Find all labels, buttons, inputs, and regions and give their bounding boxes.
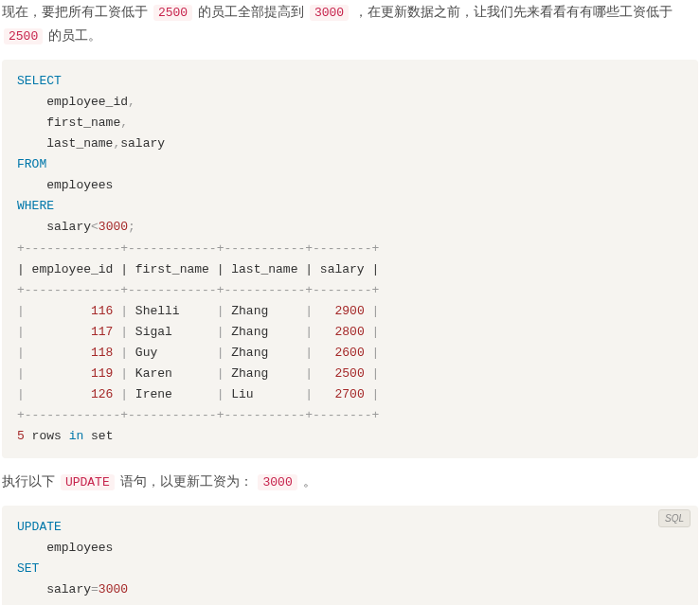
op-lt: < bbox=[91, 220, 99, 234]
kw-update: UPDATE bbox=[17, 520, 62, 534]
kw-set: SET bbox=[17, 561, 39, 576]
result-row: | 116 | Shelli | Zhang | 2900 | bbox=[17, 304, 379, 318]
text: 现在，要把所有工资低于 bbox=[2, 4, 152, 19]
comma: , bbox=[128, 95, 135, 109]
comma: , bbox=[120, 116, 128, 130]
text: 执行以下 bbox=[2, 473, 59, 489]
col-employee-id: employee_id bbox=[17, 95, 128, 109]
result-row: | 117 | Sigal | Zhang | 2800 | bbox=[17, 325, 379, 339]
result-row: | 118 | Guy | Zhang | 2600 | bbox=[17, 346, 379, 360]
inline-code-2500: 2500 bbox=[153, 5, 192, 21]
result-border: +-------------+------------+-----------+… bbox=[17, 283, 379, 297]
sql-select-block: SELECT employee_id, first_name, last_nam… bbox=[2, 60, 698, 459]
inline-code-update: UPDATE bbox=[61, 474, 115, 490]
val-3000: 3000 bbox=[99, 582, 128, 596]
col-last-name: last_name bbox=[17, 136, 113, 151]
kw-where: WHERE bbox=[17, 199, 54, 213]
result-footer: 5 rows in set bbox=[17, 429, 113, 443]
op-eq: = bbox=[91, 582, 99, 596]
result-border: +-------------+------------+-----------+… bbox=[17, 241, 379, 256]
cond-salary: salary bbox=[17, 220, 91, 234]
sql-language-tag: SQL bbox=[658, 509, 691, 527]
result-row: | 126 | Irene | Liu | 2700 | bbox=[17, 387, 379, 401]
result-header: | employee_id | first_name | last_name |… bbox=[17, 262, 379, 276]
result-border: +-------------+------------+-----------+… bbox=[17, 408, 379, 422]
col-salary: salary bbox=[120, 136, 165, 151]
inline-code-3000: 3000 bbox=[258, 474, 296, 490]
intro-paragraph: 现在，要把所有工资低于 2500 的员工全部提高到 3000 ，在更新数据之前，… bbox=[2, 0, 698, 48]
text: 语句，以更新工资为： bbox=[117, 473, 257, 489]
tbl-employees: employees bbox=[17, 541, 113, 555]
inline-code-2500: 2500 bbox=[4, 28, 43, 44]
text: 。 bbox=[299, 473, 316, 489]
text: 的员工全部提高到 bbox=[194, 4, 308, 19]
kw-select: SELECT bbox=[17, 74, 62, 88]
text: 的员工。 bbox=[45, 27, 101, 43]
kw-from: FROM bbox=[17, 157, 46, 171]
sql-update-block: SQLUPDATE employees SET salary=3000 WHER… bbox=[2, 506, 698, 605]
tbl-employees: employees bbox=[17, 178, 113, 192]
col-first-name: first_name bbox=[17, 116, 120, 130]
text: ，在更新数据之前，让我们先来看看有有哪些工资低于 bbox=[350, 4, 673, 19]
inline-code-3000: 3000 bbox=[310, 5, 349, 21]
result-row: | 119 | Karen | Zhang | 2500 | bbox=[17, 366, 379, 381]
set-salary: salary bbox=[17, 582, 91, 596]
semicolon: ; bbox=[128, 220, 135, 234]
update-paragraph: 执行以下 UPDATE 语句，以更新工资为： 3000 。 bbox=[2, 470, 698, 493]
val-3000: 3000 bbox=[99, 220, 128, 234]
